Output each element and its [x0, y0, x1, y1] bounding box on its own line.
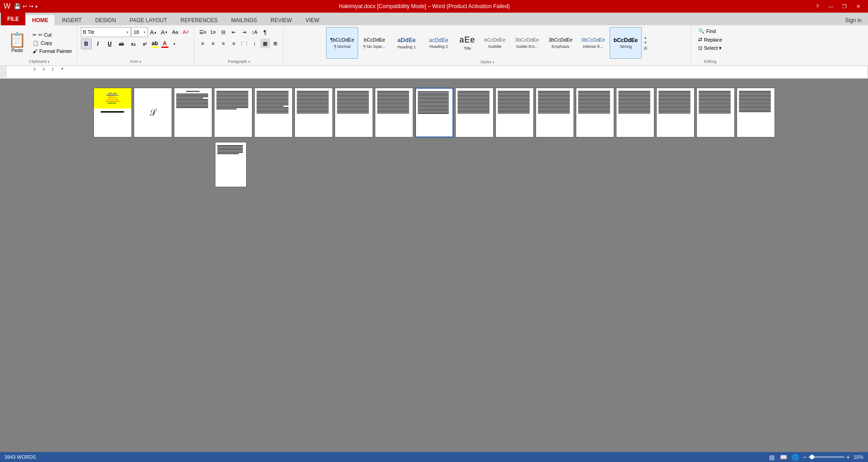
document-page-14[interactable] — [616, 88, 654, 137]
style-heading1[interactable]: aDdEe Heading 1 — [391, 27, 422, 59]
format-painter-button[interactable]: 🖌 Format Painter — [31, 47, 74, 55]
style-subtitle[interactable]: bCcDdEe Subtitle — [480, 27, 509, 59]
font-size-selector[interactable]: 18 ▾ — [131, 27, 148, 37]
shrink-font-button[interactable]: A▼ — [159, 27, 169, 37]
read-mode-view-button[interactable]: 📖 — [779, 453, 788, 461]
superscript-button[interactable]: x² — [140, 38, 150, 49]
save-icon[interactable]: 💾 — [14, 3, 21, 9]
borders-button[interactable]: ⊞ — [271, 38, 280, 48]
underline-button[interactable]: U — [104, 38, 115, 49]
pilcrow-button[interactable]: ¶ — [260, 27, 270, 37]
paste-label: Paste — [11, 48, 23, 53]
title-bar: W 💾 ↩ ↪ ▾ Hakimiyat.docx [Compatibility … — [0, 0, 868, 13]
replace-icon: ⇄ — [698, 37, 702, 42]
redo-icon[interactable]: ↪ — [29, 3, 33, 9]
tab-insert[interactable]: INSERT — [55, 14, 89, 25]
align-left-button[interactable]: ≡ — [198, 38, 208, 48]
document-page-4[interactable] — [214, 88, 252, 137]
document-page-15[interactable] — [656, 88, 695, 137]
tab-view[interactable]: VIEW — [299, 14, 326, 25]
document-page-13[interactable] — [576, 88, 614, 137]
decrease-indent-button[interactable]: ⇤ — [229, 27, 239, 37]
justify-button[interactable]: ≡ — [229, 38, 239, 48]
copy-button[interactable]: 📋 Copy — [31, 39, 74, 47]
sort-button[interactable]: ↕A — [250, 27, 260, 37]
pages-row-main: تحقیق آنلاین Tahghighoaniline.ir مرجع دا… — [93, 88, 775, 137]
tab-references[interactable]: REFERENCES — [174, 14, 224, 25]
styles-expand-icon[interactable]: ⬧ — [492, 60, 495, 64]
replace-button[interactable]: ⇄ Replace — [695, 36, 726, 43]
document-page-3[interactable] — [174, 88, 212, 137]
style-heading2[interactable]: acDdEe Heading 2 — [423, 27, 454, 59]
tab-file[interactable]: FILE — [1, 13, 25, 25]
columns-button[interactable]: ⋮⋮ — [239, 38, 249, 48]
document-page-17[interactable] — [737, 88, 775, 137]
subscript-button[interactable]: x₂ — [128, 38, 139, 49]
tab-page-layout[interactable]: PAGE LAYOUT — [123, 14, 174, 25]
tab-design[interactable]: DESIGN — [89, 14, 123, 25]
numbering-button[interactable]: 1≡ — [208, 27, 218, 37]
paste-button[interactable]: 📋 Paste — [5, 27, 30, 58]
cut-button[interactable]: ✂ ✂ Cut — [31, 31, 74, 39]
text-highlight-button[interactable]: ab — [151, 40, 159, 48]
document-page-8[interactable] — [375, 88, 413, 137]
document-page-9[interactable] — [415, 88, 453, 137]
style-title[interactable]: аEe Title — [455, 27, 480, 59]
align-center-button[interactable]: ≡ — [208, 38, 218, 48]
signin-button[interactable]: Sign in — [839, 15, 868, 25]
web-layout-view-button[interactable]: 🌐 — [791, 453, 799, 461]
document-page-10[interactable] — [455, 88, 494, 137]
select-button[interactable]: ⊡ Select ▾ — [695, 44, 726, 52]
restore-icon[interactable]: ❐ — [838, 2, 851, 11]
format-painter-icon: 🖌 — [33, 48, 37, 54]
font-color-button[interactable]: A — [161, 40, 168, 48]
find-button[interactable]: 🔍 Find — [695, 27, 726, 35]
bold-button[interactable]: B — [81, 38, 92, 49]
tab-review[interactable]: REVIEW — [264, 14, 299, 25]
document-page-11[interactable] — [495, 88, 534, 137]
line-spacing-button[interactable]: ↕ — [250, 38, 260, 48]
increase-indent-button[interactable]: ⇥ — [239, 27, 249, 37]
paragraph-expand-icon[interactable]: ⬧ — [248, 59, 250, 64]
font-name-selector[interactable]: B Titr ▾ — [81, 27, 131, 37]
styles-scroll[interactable]: ▲ ▼ ⊞ — [642, 36, 649, 51]
style-normal[interactable]: ¶bCcDdEe ¶ Normal — [326, 27, 358, 59]
document-page-16[interactable] — [696, 88, 735, 137]
tab-home[interactable]: HOME — [25, 14, 55, 25]
multilevel-button[interactable]: ⊟ — [219, 27, 229, 37]
font-color-dropdown[interactable]: ▾ — [169, 39, 179, 49]
select-icon: ⊡ — [698, 45, 702, 51]
document-page-12[interactable] — [536, 88, 574, 137]
zoom-track[interactable] — [808, 456, 845, 458]
help-icon[interactable]: ? — [811, 2, 824, 11]
minimize-icon[interactable]: — — [825, 2, 837, 11]
style-no-spacing[interactable]: bCcDdEe ¶ No Spac... — [359, 27, 390, 59]
font-expand-icon[interactable]: ⬧ — [139, 59, 141, 64]
undo-icon[interactable]: ↩ — [23, 3, 27, 9]
bullets-button[interactable]: ☰≡ — [198, 27, 208, 37]
document-page-18[interactable] — [215, 142, 247, 187]
case-button[interactable]: Aa — [170, 27, 180, 37]
print-layout-view-button[interactable]: ▤ — [768, 453, 776, 461]
zoom-out-button[interactable]: − — [803, 453, 807, 461]
document-page-5[interactable] — [254, 88, 293, 137]
close-icon[interactable]: ✕ — [852, 2, 864, 11]
clipboard-expand-icon[interactable]: ⬧ — [47, 59, 50, 64]
clipboard-label: Clipboard — [29, 59, 47, 64]
shading-button[interactable]: ▩ — [260, 38, 270, 48]
document-page-1[interactable]: تحقیق آنلاین Tahghighoaniline.ir مرجع دا… — [93, 88, 132, 137]
style-emphasis[interactable]: 3bCcDdEe Emphasis — [544, 27, 576, 59]
style-subtle-em[interactable]: 3bCcDdEe Subtle Em... — [510, 27, 544, 59]
tab-mailings[interactable]: MAILINGS — [224, 14, 264, 25]
style-strong[interactable]: bCcDdEe Strong — [610, 27, 642, 59]
document-page-6[interactable] — [294, 88, 333, 137]
document-page-2[interactable]: 𝒮 — [134, 88, 172, 137]
clear-format-button[interactable]: A✗ — [181, 27, 191, 37]
zoom-in-button[interactable]: + — [846, 453, 850, 461]
document-page-7[interactable] — [335, 88, 373, 137]
style-intense-e[interactable]: 3bCcDdEe Intense E... — [577, 27, 609, 59]
grow-font-button[interactable]: A▲ — [149, 27, 159, 37]
strikethrough-button[interactable]: ab — [116, 38, 127, 49]
italic-button[interactable]: I — [93, 38, 103, 49]
align-right-button[interactable]: ≡ — [219, 38, 229, 48]
